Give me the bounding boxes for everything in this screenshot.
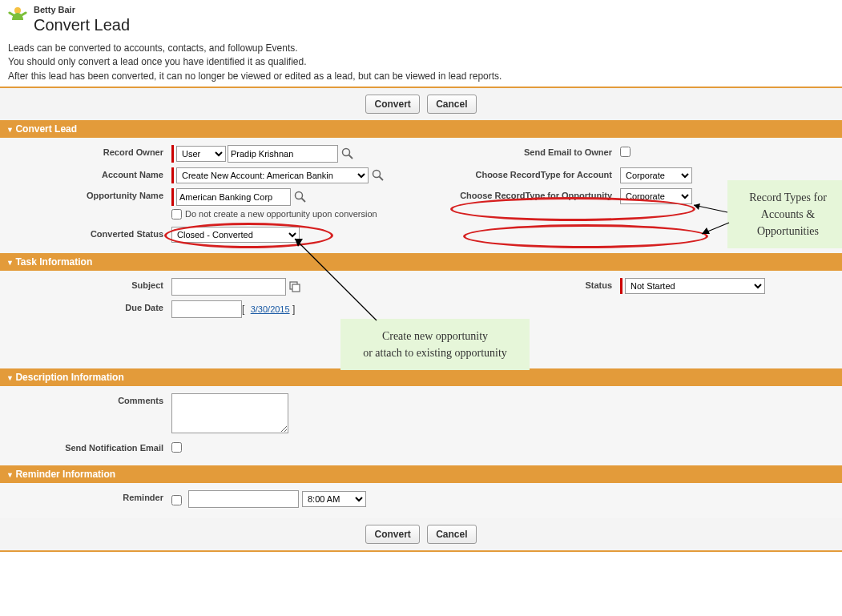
task-status-select[interactable]: Not Started [625, 278, 765, 294]
annotation-opportunity: Create new opportunity or attach to exis… [340, 319, 530, 370]
section-header-reminder[interactable]: Reminder Information [0, 465, 842, 483]
page-title: Convert Lead [34, 16, 130, 34]
reminder-label: Reminder [3, 490, 171, 502]
rt-opportunity-select[interactable]: Corporate [620, 188, 692, 204]
svg-point-5 [296, 192, 303, 199]
svg-line-4 [380, 177, 384, 181]
converted-status-select[interactable]: Closed - Converted [171, 227, 300, 243]
due-date-label: Due Date [3, 300, 171, 312]
reminder-checkbox[interactable] [171, 495, 182, 505]
cancel-button-bottom[interactable]: Cancel [427, 525, 476, 544]
owner-name-input[interactable] [228, 145, 338, 163]
reminder-date-input[interactable] [188, 490, 299, 508]
reminder-form: Reminder 8:00 AM [0, 483, 842, 518]
opportunity-name-label: Opportunity Name [3, 188, 171, 200]
reminder-time-select[interactable]: 8:00 AM [302, 491, 366, 507]
intro-line-2: You should only convert a lead once you … [8, 55, 836, 69]
convert-lead-form: Record Owner User Send Email to Owner [0, 138, 842, 253]
lead-name: Betty Bair [34, 5, 130, 14]
converted-status-label: Converted Status [3, 227, 171, 239]
svg-point-1 [343, 149, 350, 156]
rt-account-label: Choose RecordType for Account [428, 167, 620, 179]
top-button-bar: Convert Cancel [0, 87, 842, 120]
send-email-checkbox[interactable] [620, 147, 630, 157]
account-name-select[interactable]: Create New Account: American Bankin [176, 167, 369, 183]
send-notification-label: Send Notification Email [3, 441, 171, 453]
section-header-description[interactable]: Description Information [0, 368, 842, 386]
lead-people-icon [6, 5, 29, 27]
no-create-opp-checkbox[interactable] [171, 209, 182, 219]
opportunity-name-input[interactable] [176, 188, 291, 206]
send-notification-checkbox[interactable] [171, 442, 182, 453]
account-lookup-icon[interactable] [371, 168, 385, 183]
owner-lookup-icon[interactable] [340, 147, 355, 161]
svg-point-3 [373, 171, 381, 178]
rt-opportunity-label: Choose RecordType for Opportunity [428, 188, 620, 200]
convert-button-top[interactable]: Convert [365, 95, 419, 114]
annotation-record-types: Record Types for Accounts & Opportunitie… [727, 180, 842, 248]
subject-combo-icon[interactable] [288, 280, 303, 294]
intro-line-1: Leads can be converted to accounts, cont… [8, 42, 836, 55]
convert-button-bottom[interactable]: Convert [365, 525, 419, 544]
svg-rect-8 [292, 284, 300, 292]
page-header: Betty Bair Convert Lead Leads can be con… [0, 0, 842, 83]
rt-account-select[interactable]: Corporate [620, 167, 692, 183]
send-email-label: Send Email to Owner [428, 145, 620, 157]
task-status-label: Status [428, 278, 620, 290]
opportunity-lookup-icon[interactable] [293, 190, 308, 204]
bottom-button-bar: Convert Cancel [0, 518, 842, 552]
svg-line-2 [349, 155, 353, 159]
cancel-button-top[interactable]: Cancel [427, 95, 476, 114]
intro-line-3: After this lead has been converted, it c… [8, 70, 836, 83]
no-create-opp-label: Do not create a new opportunity upon con… [185, 209, 377, 219]
comments-label: Comments [3, 393, 171, 405]
section-header-convert-lead[interactable]: Convert Lead [0, 120, 842, 138]
subject-label: Subject [3, 278, 171, 290]
due-date-input[interactable] [171, 300, 242, 318]
svg-line-6 [302, 199, 306, 203]
account-name-label: Account Name [3, 167, 171, 179]
subject-input[interactable] [171, 278, 286, 296]
owner-type-select[interactable]: User [176, 146, 226, 162]
record-owner-label: Record Owner [3, 145, 171, 157]
due-date-hint-link[interactable]: 3/30/2015 [251, 304, 290, 314]
svg-point-0 [14, 7, 21, 14]
section-header-task-info[interactable]: Task Information [0, 253, 842, 271]
description-form: Comments Send Notification Email [0, 386, 842, 465]
comments-textarea[interactable] [171, 393, 288, 433]
